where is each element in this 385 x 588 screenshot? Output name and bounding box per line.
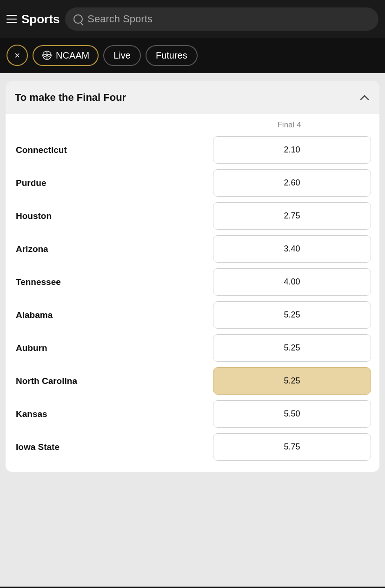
team-name: Kansas — [14, 409, 213, 419]
futures-card: To make the Final Four Final 4 Connectic… — [6, 81, 379, 472]
team-name: Connecticut — [14, 145, 213, 155]
ncaam-filter-chip[interactable]: NCAAM — [33, 45, 99, 66]
column-header-row: Final 4 — [14, 114, 371, 133]
live-label: Live — [113, 50, 131, 61]
table-row: Iowa State5.75 — [14, 430, 371, 463]
odds-button[interactable]: 5.25 — [213, 301, 371, 329]
main-content: To make the Final Four Final 4 Connectic… — [0, 73, 385, 587]
team-name: Purdue — [14, 178, 213, 188]
table-row: North Carolina5.25 — [14, 364, 371, 397]
table-row: Houston2.75 — [14, 199, 371, 232]
odds-button[interactable]: 5.25 — [213, 334, 371, 362]
futures-filter-chip[interactable]: Futures — [146, 45, 198, 66]
odds-button[interactable]: 5.75 — [213, 433, 371, 461]
table-row: Connecticut2.10 — [14, 133, 371, 166]
table-row: Purdue2.60 — [14, 166, 371, 199]
table-row: Alabama5.25 — [14, 298, 371, 331]
collapse-icon[interactable] — [359, 92, 370, 103]
team-name: Auburn — [14, 343, 213, 353]
team-name: Iowa State — [14, 442, 213, 452]
header: Sports Search Sports — [0, 0, 385, 38]
sports-menu-button[interactable]: Sports — [7, 12, 60, 26]
search-bar[interactable]: Search Sports — [65, 7, 378, 31]
card-body: Final 4 Connecticut2.10Purdue2.60Houston… — [6, 114, 379, 472]
team-name: Arizona — [14, 244, 213, 254]
futures-label: Futures — [156, 50, 187, 61]
close-icon: × — [14, 50, 20, 61]
odds-button[interactable]: 2.10 — [213, 136, 371, 164]
card-header: To make the Final Four — [6, 81, 379, 114]
card-title: To make the Final Four — [15, 92, 126, 104]
table-row: Tennessee4.00 — [14, 265, 371, 298]
odds-button[interactable]: 2.60 — [213, 169, 371, 197]
live-filter-chip[interactable]: Live — [103, 45, 141, 66]
team-name: North Carolina — [14, 376, 213, 386]
team-name: Tennessee — [14, 277, 213, 287]
search-icon — [73, 14, 83, 24]
table-row: Auburn5.25 — [14, 331, 371, 364]
odds-button[interactable]: 4.00 — [213, 268, 371, 296]
table-row: Arizona3.40 — [14, 232, 371, 265]
search-placeholder: Search Sports — [87, 13, 152, 25]
sports-label: Sports — [21, 12, 60, 26]
team-name: Alabama — [14, 310, 213, 320]
bet-rows-container: Connecticut2.10Purdue2.60Houston2.75Ariz… — [14, 133, 371, 463]
table-row: Kansas5.50 — [14, 397, 371, 430]
ncaam-label: NCAAM — [56, 50, 89, 61]
odds-button[interactable]: 5.25 — [213, 367, 371, 395]
basketball-icon — [42, 50, 52, 60]
odds-button[interactable]: 5.50 — [213, 400, 371, 428]
column-header-label: Final 4 — [210, 120, 368, 130]
odds-button[interactable]: 3.40 — [213, 235, 371, 263]
odds-button[interactable]: 2.75 — [213, 202, 371, 230]
filter-bar: × NCAAM Live Futures — [0, 38, 385, 73]
hamburger-icon — [7, 15, 17, 23]
close-filter-button[interactable]: × — [7, 45, 28, 66]
team-name: Houston — [14, 211, 213, 221]
